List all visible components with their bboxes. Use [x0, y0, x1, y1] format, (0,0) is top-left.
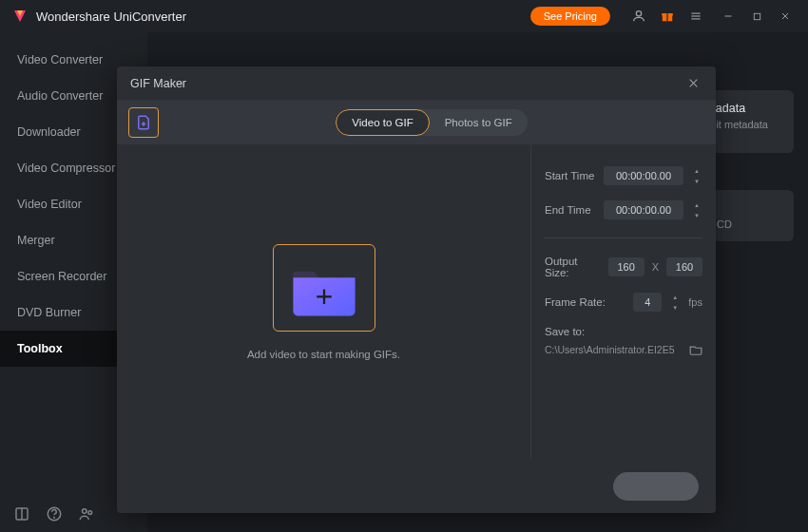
modal-title: GIF Maker: [130, 77, 683, 90]
add-file-button[interactable]: [128, 107, 159, 138]
output-size-label: Output Size:: [545, 256, 601, 278]
menu-icon[interactable]: [684, 5, 707, 28]
size-x: X: [652, 261, 659, 273]
close-window-icon[interactable]: [774, 5, 797, 28]
end-time-input[interactable]: [604, 200, 683, 219]
account-icon[interactable]: [627, 5, 650, 28]
file-add-icon: [135, 114, 152, 131]
svg-point-0: [636, 11, 641, 16]
fps-label: fps: [688, 296, 702, 308]
gift-icon[interactable]: [656, 5, 679, 28]
svg-rect-8: [754, 13, 760, 19]
guide-icon[interactable]: [13, 505, 30, 522]
drop-box[interactable]: [273, 244, 375, 332]
folder-browse-icon[interactable]: [689, 343, 702, 356]
help-icon[interactable]: [46, 505, 63, 522]
frame-rate-label: Frame Rate:: [545, 296, 625, 308]
community-icon[interactable]: [78, 505, 95, 522]
close-modal-button[interactable]: [683, 74, 702, 93]
save-path-text: C:\Users\Administrator.EI2E5: [545, 344, 683, 355]
folder-add-icon: [287, 258, 361, 317]
start-time-input[interactable]: [604, 166, 683, 185]
frame-rate-stepper[interactable]: ▲▼: [669, 292, 681, 313]
start-time-stepper[interactable]: ▲▼: [691, 165, 702, 186]
frame-rate-input[interactable]: [633, 293, 662, 312]
svg-point-15: [83, 509, 87, 514]
svg-rect-3: [666, 13, 667, 21]
gif-maker-modal: GIF Maker Video to GIF Photos to GIF: [117, 66, 716, 513]
tab-video-to-gif[interactable]: Video to GIF: [336, 109, 429, 136]
tab-photos-to-gif[interactable]: Photos to GIF: [430, 109, 528, 136]
end-time-label: End Time: [545, 204, 596, 216]
start-time-label: Start Time: [545, 170, 596, 181]
app-logo: [11, 8, 29, 25]
end-time-stepper[interactable]: ▲▼: [691, 200, 702, 220]
see-pricing-button[interactable]: See Pricing: [530, 7, 610, 26]
output-width-input[interactable]: [608, 257, 644, 276]
mode-toggle: Video to GIF Photos to GIF: [336, 109, 527, 136]
app-title: Wondershare UniConverter: [36, 10, 186, 24]
svg-point-14: [54, 517, 55, 518]
drop-area[interactable]: Add video to start making GIFs.: [117, 144, 530, 460]
save-to-label: Save to:: [545, 326, 702, 337]
create-gif-button[interactable]: [613, 472, 699, 501]
settings-panel: Start Time ▲▼ End Time ▲▼ Output Size: X…: [530, 144, 716, 460]
minimize-icon[interactable]: [717, 5, 740, 28]
output-height-input[interactable]: [666, 257, 702, 276]
drop-text: Add video to start making GIFs.: [247, 349, 400, 360]
svg-point-16: [88, 511, 92, 515]
titlebar: Wondershare UniConverter See Pricing: [0, 0, 808, 32]
maximize-icon[interactable]: [745, 5, 768, 28]
